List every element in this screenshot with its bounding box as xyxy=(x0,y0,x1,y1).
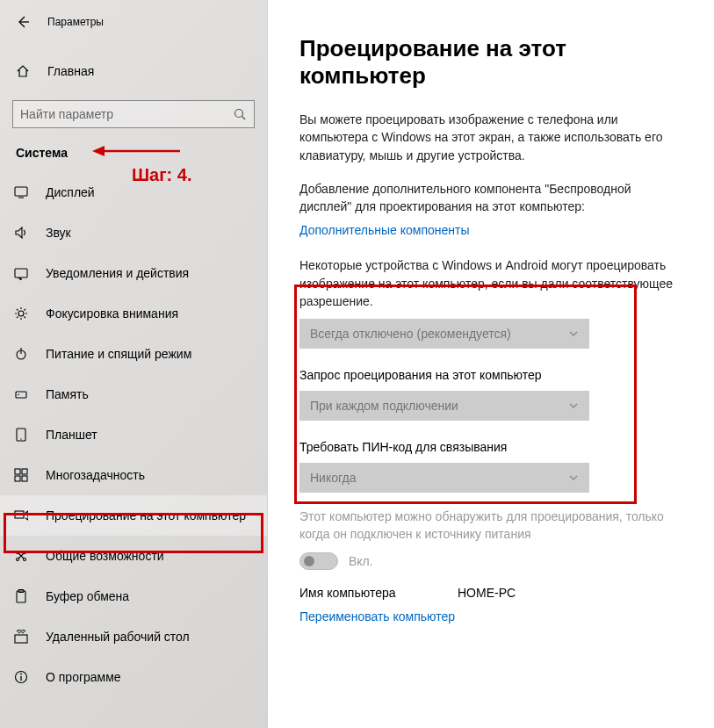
sidebar: Параметры Главная Система ДисплейЗвукУве… xyxy=(0,0,268,728)
page-title: Проецирование на этот компьютер xyxy=(299,35,688,90)
power-note: Этот компьютер можно обнаружить для прое… xyxy=(299,508,677,543)
power-icon xyxy=(12,347,30,361)
home-icon xyxy=(16,64,30,78)
category-title: Система xyxy=(0,128,267,167)
pcname-value: HOME-PC xyxy=(458,586,516,600)
pin-value: Никогда xyxy=(310,471,356,485)
rename-pc-link[interactable]: Переименовать компьютер xyxy=(299,609,455,623)
sidebar-item-tablet[interactable]: Планшет xyxy=(0,414,267,455)
sound-icon xyxy=(12,226,30,240)
sidebar-item-label: Удаленный рабочий стол xyxy=(46,630,190,644)
tablet-icon xyxy=(12,428,30,442)
ask-label: Запрос проецирования на этот компьютер xyxy=(299,368,688,382)
sidebar-item-notif[interactable]: Уведомления и действия xyxy=(0,253,267,293)
chevron-down-icon xyxy=(568,472,579,483)
sidebar-item-project[interactable]: Проецирование на этот компьютер xyxy=(0,495,267,536)
sidebar-item-storage[interactable]: Память xyxy=(0,374,267,414)
svg-rect-16 xyxy=(15,511,24,518)
pin-dropdown[interactable]: Никогда xyxy=(299,463,589,493)
svg-point-11 xyxy=(20,438,21,439)
intro-text: Вы можете проецировать изображение с тел… xyxy=(299,111,677,164)
ask-dropdown[interactable]: При каждом подключении xyxy=(299,391,589,421)
permission-text: Некоторые устройства с Windows и Android… xyxy=(299,256,677,310)
chevron-down-icon xyxy=(568,400,579,411)
optional-features-link[interactable]: Дополнительные компоненты xyxy=(299,223,470,237)
sidebar-item-label: Уведомления и действия xyxy=(46,266,189,280)
svg-rect-13 xyxy=(22,469,27,474)
sidebar-item-sound[interactable]: Звук xyxy=(0,213,267,253)
clipboard-icon xyxy=(12,589,30,603)
svg-rect-8 xyxy=(16,392,26,398)
sidebar-item-shared[interactable]: Общие возможности xyxy=(0,536,267,576)
sidebar-item-multi[interactable]: Многозадачность xyxy=(0,455,267,495)
svg-rect-4 xyxy=(15,269,27,278)
sidebar-item-clipboard[interactable]: Буфер обмена xyxy=(0,576,267,616)
sidebar-item-remote[interactable]: Удаленный рабочий стол xyxy=(0,616,267,657)
chevron-down-icon xyxy=(568,328,579,339)
sidebar-item-label: Буфер обмена xyxy=(46,589,129,603)
search-box[interactable] xyxy=(12,100,255,128)
sidebar-item-label: Многозадачность xyxy=(46,468,145,482)
sidebar-item-label: Планшет xyxy=(46,428,97,442)
about-icon xyxy=(12,670,30,684)
toggle-label: Вкл. xyxy=(349,554,373,568)
svg-rect-15 xyxy=(22,476,27,481)
home-nav[interactable]: Главная xyxy=(0,58,267,84)
display-icon xyxy=(12,185,30,199)
focus-icon xyxy=(12,306,30,321)
addon-text: Добавление дополнительного компонента "Б… xyxy=(299,180,677,216)
svg-rect-23 xyxy=(15,635,27,643)
sidebar-item-focus[interactable]: Фокусировка внимания xyxy=(0,293,267,334)
sidebar-item-label: Дисплей xyxy=(46,185,95,199)
svg-rect-12 xyxy=(15,469,20,474)
shared-icon xyxy=(12,549,30,563)
availability-value: Всегда отключено (рекомендуется) xyxy=(310,327,511,341)
back-icon[interactable] xyxy=(16,15,30,29)
svg-point-0 xyxy=(235,110,243,118)
svg-point-5 xyxy=(18,311,24,316)
svg-rect-14 xyxy=(15,476,20,481)
sidebar-item-label: Звук xyxy=(46,226,71,240)
svg-rect-2 xyxy=(15,187,27,196)
sidebar-item-label: Проецирование на этот компьютер xyxy=(46,508,246,523)
nav-list: ДисплейЗвукУведомления и действияФокусир… xyxy=(0,172,267,697)
sidebar-item-label: Память xyxy=(46,387,89,401)
svg-point-9 xyxy=(18,394,19,396)
sidebar-item-about[interactable]: О программе xyxy=(0,657,267,697)
home-label: Главная xyxy=(47,64,94,78)
pcname-label: Имя компьютера xyxy=(299,586,458,600)
remote-icon xyxy=(12,630,30,644)
sidebar-item-display[interactable]: Дисплей xyxy=(0,172,267,213)
sidebar-item-power[interactable]: Питание и спящий режим xyxy=(0,334,267,374)
search-input[interactable] xyxy=(20,107,233,121)
window-title: Параметры xyxy=(47,16,104,28)
notif-icon xyxy=(12,266,30,280)
availability-dropdown[interactable]: Всегда отключено (рекомендуется) xyxy=(299,319,589,349)
storage-icon xyxy=(12,387,30,401)
main-content: Проецирование на этот компьютер Вы может… xyxy=(268,0,714,728)
ask-value: При каждом подключении xyxy=(310,399,458,413)
search-icon xyxy=(233,107,247,121)
svg-line-1 xyxy=(242,117,246,120)
sidebar-item-label: Питание и спящий режим xyxy=(46,347,191,361)
sidebar-item-label: Общие возможности xyxy=(46,549,164,563)
sidebar-item-label: Фокусировка внимания xyxy=(46,306,178,321)
svg-point-26 xyxy=(20,674,22,675)
sidebar-item-label: О программе xyxy=(46,670,121,684)
multi-icon xyxy=(12,468,30,482)
pin-label: Требовать ПИН-код для связывания xyxy=(299,440,688,454)
power-toggle[interactable] xyxy=(299,552,338,570)
project-icon xyxy=(12,508,30,523)
